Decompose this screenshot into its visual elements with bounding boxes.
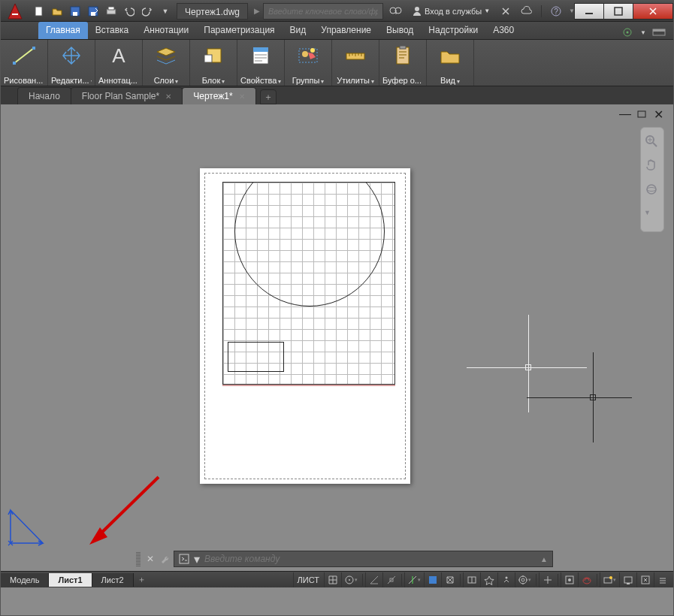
layout-tab-sheet1[interactable]: Лист1 — [49, 573, 92, 587]
a360-icon[interactable] — [518, 3, 535, 20]
qat-open-icon[interactable] — [49, 3, 65, 20]
status-lockui-icon[interactable] — [578, 572, 594, 587]
infocenter-icon[interactable] — [388, 3, 404, 20]
status-space-toggle[interactable]: ЛИСТ — [293, 572, 323, 587]
sign-in-label: Вход в службы — [425, 7, 482, 16]
panel-groups-label: Группы — [292, 76, 320, 85]
move-icon — [51, 41, 92, 70]
ribbon-tab-view[interactable]: Вид — [283, 22, 314, 39]
command-history-icon[interactable]: ▲ — [540, 555, 548, 563]
window-minimize-icon[interactable] — [574, 3, 604, 20]
status-workspace-icon[interactable]: ▾ — [515, 572, 533, 587]
svg-point-27 — [310, 48, 315, 53]
panel-block[interactable]: Блок▾ — [190, 40, 237, 86]
viewport-close-icon[interactable]: ✕ — [652, 109, 664, 119]
navigation-bar[interactable]: ▼ — [640, 127, 664, 232]
qat-plot-icon[interactable] — [103, 3, 119, 20]
close-icon[interactable]: ✕ — [165, 92, 171, 101]
status-lineweight-icon[interactable] — [424, 572, 440, 587]
command-customize-icon[interactable] — [160, 554, 171, 564]
window-close-icon[interactable] — [633, 3, 673, 20]
panel-modify[interactable]: Редакти...▾ — [48, 40, 95, 86]
layout-viewport[interactable] — [222, 182, 395, 385]
command-line[interactable]: ✕ ▾ ▲ — [136, 550, 553, 568]
command-input[interactable] — [204, 554, 536, 564]
panel-draw[interactable]: Рисован...▾ — [1, 40, 48, 86]
ribbon-tab-parametric[interactable]: Параметризация — [196, 22, 282, 39]
layout-tab-model[interactable]: Модель — [1, 573, 49, 587]
status-grid-icon[interactable] — [324, 572, 340, 587]
status-osnap-icon[interactable]: ▾ — [404, 572, 423, 587]
svg-rect-13 — [615, 8, 622, 15]
layout-tab-sheet2[interactable]: Лист2 — [92, 573, 134, 587]
document-title: Чертеж1.dwg — [177, 3, 248, 20]
svg-rect-29 — [397, 47, 409, 64]
qat-undo-icon[interactable] — [121, 3, 138, 20]
zoom-icon[interactable] — [644, 134, 660, 150]
sign-in-dropdown[interactable]: Вход в службы ▼ — [409, 6, 493, 17]
status-snap-icon[interactable]: ▾ — [341, 572, 360, 587]
panel-properties[interactable]: Свойства▾ — [237, 40, 285, 86]
command-prompt-icon — [179, 554, 189, 564]
ribbon-tab-output[interactable]: Вывод — [379, 22, 421, 39]
command-grip-icon[interactable] — [136, 551, 141, 566]
qat-saveas-icon[interactable] — [85, 3, 101, 20]
window-maximize-icon[interactable] — [603, 3, 633, 20]
status-otrack-icon[interactable] — [382, 572, 399, 587]
layers-icon — [146, 41, 186, 70]
viewport-minimize-icon[interactable]: — — [619, 109, 631, 119]
status-polar-icon[interactable] — [365, 572, 382, 587]
ribbon-tab-addins[interactable]: Надстройки — [421, 22, 485, 39]
document-tab-row: Начало Floor Plan Sample*✕ Чертеж1*✕ ＋ — [1, 86, 673, 104]
qat-redo-icon[interactable] — [139, 3, 156, 20]
status-units-icon[interactable] — [539, 572, 555, 587]
panel-clipboard[interactable]: Буфер о...▾ — [379, 40, 427, 86]
qat-save-icon[interactable] — [67, 3, 83, 20]
ribbon-tab-annotate[interactable]: Аннотации — [136, 22, 196, 39]
layout-tab-add[interactable]: ＋ — [134, 574, 150, 585]
close-icon[interactable]: ✕ — [239, 92, 245, 101]
panel-clipboard-label: Буфер о... — [382, 76, 422, 85]
nav-expand-icon[interactable]: ▼ — [644, 209, 660, 225]
status-autoscale-icon[interactable] — [497, 572, 514, 587]
qat-dropdown-icon[interactable]: ▼ — [157, 3, 174, 20]
ribbon-tab-insert[interactable]: Вставка — [88, 22, 137, 39]
viewport-maximize-icon[interactable] — [636, 109, 648, 119]
ribbon-tab-a360[interactable]: A360 — [485, 22, 521, 39]
doc-tab-drawing1[interactable]: Чертеж1*✕ — [182, 87, 255, 104]
pan-icon[interactable] — [644, 158, 660, 174]
status-cleanscreen-icon[interactable] — [636, 572, 653, 587]
help-icon[interactable]: ? — [548, 3, 564, 20]
svg-rect-17 — [653, 29, 665, 32]
status-transparency-icon[interactable] — [441, 572, 458, 587]
doc-tab-start[interactable]: Начало — [17, 87, 71, 104]
panel-view[interactable]: Вид▾ — [427, 40, 474, 86]
status-quickprops-icon[interactable] — [561, 572, 577, 587]
doc-tab-add[interactable]: ＋ — [260, 89, 277, 104]
svg-rect-19 — [32, 47, 35, 50]
ribbon-tab-manage[interactable]: Управление — [313, 22, 379, 39]
keyword-search-input[interactable] — [268, 7, 378, 16]
panel-utilities[interactable]: Утилиты▾ — [332, 40, 379, 86]
ribbon-minimize-icon[interactable] — [652, 26, 666, 39]
orbit-icon[interactable] — [644, 182, 660, 198]
status-annoscale-icon[interactable] — [463, 572, 479, 587]
command-close-icon[interactable]: ✕ — [144, 554, 157, 564]
status-annovisibility-icon[interactable] — [480, 572, 497, 587]
panel-layers[interactable]: Слои▾ — [143, 40, 190, 86]
status-hardware-icon[interactable] — [619, 572, 636, 587]
panel-layers-label: Слои — [154, 76, 174, 85]
keyword-search[interactable] — [263, 3, 383, 20]
doc-tab-floorplan[interactable]: Floor Plan Sample*✕ — [71, 87, 183, 104]
drawing-canvas[interactable]: — ✕ ▼ — [1, 104, 673, 571]
exchange-icon[interactable] — [497, 3, 514, 20]
ribbon-tab-home[interactable]: Главная — [38, 22, 88, 39]
panel-annotation[interactable]: A Аннотац...▾ — [95, 40, 143, 86]
panel-groups[interactable]: Группы▾ — [285, 40, 332, 86]
status-customize-icon[interactable] — [654, 572, 670, 587]
ribbon-featured-icon[interactable] — [621, 26, 634, 39]
status-isolate-icon[interactable]: ▾ — [600, 572, 618, 587]
qat-new-icon[interactable] — [31, 3, 47, 20]
app-logo[interactable] — [4, 1, 26, 22]
svg-rect-22 — [204, 55, 212, 62]
